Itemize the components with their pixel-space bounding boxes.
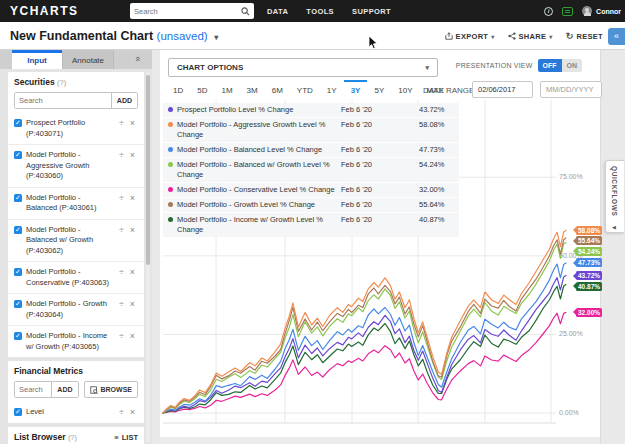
reset-button[interactable]: ↻ RESET	[566, 31, 603, 41]
security-item: ✓Model Portfolio - Growth (P:403064)÷×	[8, 293, 144, 325]
move-handle-icon[interactable]: ÷	[116, 299, 127, 309]
remove-icon[interactable]: ×	[127, 407, 138, 417]
securities-add-button[interactable]: ADD	[111, 93, 137, 108]
reset-icon: ↻	[566, 31, 574, 41]
info-icon[interactable]: i	[544, 7, 553, 16]
user-menu[interactable]: Connor	[582, 6, 621, 16]
sidebar-collapse-icon[interactable]: «	[132, 56, 142, 61]
top-menu: DATA TOOLS SUPPORT	[258, 0, 400, 22]
legend-row[interactable]: Model Portfolio - Growth Level % ChangeF…	[163, 198, 459, 212]
securities-search-input[interactable]	[15, 93, 111, 108]
move-handle-icon[interactable]: ÷	[116, 267, 127, 277]
checkbox-checked-icon[interactable]: ✓	[14, 332, 22, 340]
metrics-search-box: ADD	[14, 381, 79, 398]
sidebar-scrollbar[interactable]	[146, 72, 150, 442]
remove-icon[interactable]: ×	[127, 118, 138, 128]
value-badge-balanced-w-growth: 54.24%	[576, 247, 602, 256]
securities-help-icon[interactable]: (?)	[57, 78, 66, 87]
legend-row[interactable]: Prospect Portfolio Level % ChangeFeb 6 '…	[163, 103, 459, 117]
tab-input[interactable]: Input	[12, 50, 62, 69]
move-handle-icon[interactable]: ÷	[116, 118, 127, 128]
menu-tools[interactable]: TOOLS	[297, 7, 343, 16]
presentation-off-button[interactable]: OFF	[538, 59, 562, 72]
share-button[interactable]: SHARE ▾	[508, 32, 553, 41]
export-label: EXPORT	[456, 32, 489, 41]
collapse-panel-button[interactable]: «	[608, 28, 625, 45]
legend-date: Feb 6 '20	[341, 200, 419, 209]
legend-row[interactable]: Model Portfolio - Income w/ Growth Level…	[163, 213, 459, 237]
move-handle-icon[interactable]: ÷	[116, 150, 127, 160]
chart-bottom-scroll-area[interactable]	[160, 437, 600, 444]
search-input[interactable]	[130, 7, 241, 16]
range-button-5d[interactable]: 5D	[190, 80, 214, 100]
remove-icon[interactable]: ×	[127, 299, 138, 309]
legend-value: 40.87%	[419, 215, 459, 224]
range-button-5y[interactable]: 5Y	[367, 80, 391, 100]
metrics-search-input[interactable]	[15, 382, 51, 397]
checkbox-checked-icon[interactable]: ✓	[14, 408, 22, 416]
search-icon[interactable]	[241, 7, 250, 16]
checkbox-checked-icon[interactable]: ✓	[14, 194, 22, 202]
range-button-1m[interactable]: 1M	[214, 80, 239, 100]
menu-data[interactable]: DATA	[258, 7, 297, 16]
legend-date: Feb 6 '20	[341, 215, 419, 224]
series-line-aggressive-growth[interactable]	[163, 230, 566, 413]
value-badge-income-w-growth: 40.87%	[576, 282, 602, 291]
range-button-6m[interactable]: 6M	[265, 80, 290, 100]
financial-metrics-card: Financial Metrics ADD BROWSE ✓Level÷×	[8, 361, 144, 423]
legend-series-name: Model Portfolio - Balanced w/ Growth Lev…	[177, 160, 337, 180]
series-line-balanced[interactable]	[163, 263, 566, 413]
range-button-3y[interactable]: 3Y	[344, 80, 368, 100]
title-caret-icon[interactable]: ▾	[214, 33, 218, 42]
range-button-1y[interactable]: 1Y	[320, 80, 344, 100]
remove-icon[interactable]: ×	[127, 225, 138, 235]
legend-dot	[168, 217, 173, 222]
checkbox-checked-icon[interactable]: ✓	[14, 226, 22, 234]
checkbox-checked-icon[interactable]: ✓	[14, 151, 22, 159]
remove-icon[interactable]: ×	[127, 331, 138, 341]
legend-value: 32.00%	[419, 185, 459, 194]
remove-icon[interactable]: ×	[127, 193, 138, 203]
sidebar-scrollbar-thumb[interactable]	[146, 75, 150, 265]
move-handle-icon[interactable]: ÷	[116, 225, 127, 235]
list-browser-help-icon[interactable]: (?)	[68, 433, 77, 442]
range-button-ytd[interactable]: YTD	[290, 80, 320, 100]
chart-toolbar: New Fundamental Chart (unsaved) ▾ EXPORT…	[0, 22, 625, 50]
tab-annotate[interactable]: Annotate	[62, 50, 114, 69]
start-date-input[interactable]: 02/06/2017	[472, 81, 533, 98]
end-date-input[interactable]: MM/DD/YYYY	[540, 81, 602, 98]
browse-button[interactable]: BROWSE	[84, 381, 139, 398]
metric-item-label: Level	[26, 407, 112, 418]
ycharts-logo[interactable]: YCHARTS	[10, 4, 79, 18]
legend-date: Feb 6 '20	[341, 160, 419, 169]
list-button[interactable]: ≡ LIST	[114, 433, 138, 442]
quickflows-tab[interactable]: QUICKFLOWS ◀	[605, 160, 624, 233]
legend-dot	[168, 147, 173, 152]
export-button[interactable]: EXPORT ▾	[445, 32, 495, 41]
metrics-add-button[interactable]: ADD	[51, 382, 77, 397]
share-caret-icon: ▾	[549, 33, 552, 40]
range-button-1d[interactable]: 1D	[166, 80, 190, 100]
security-item-label: Model Portfolio - Balanced w/ Growth (P:…	[26, 225, 112, 257]
legend-value: 54.24%	[419, 160, 459, 169]
chat-icon[interactable]	[562, 7, 573, 16]
checkbox-checked-icon[interactable]: ✓	[14, 268, 22, 276]
legend-row[interactable]: Model Portfolio - Balanced Level % Chang…	[163, 143, 459, 157]
checkbox-checked-icon[interactable]: ✓	[14, 300, 22, 308]
legend-dot	[168, 202, 173, 207]
range-button-10y[interactable]: 10Y	[391, 80, 419, 100]
menu-support[interactable]: SUPPORT	[343, 7, 400, 16]
series-line-conservative[interactable]	[163, 312, 566, 413]
legend-row[interactable]: Model Portfolio - Aggressive Growth Leve…	[163, 118, 459, 142]
legend-row[interactable]: Model Portfolio - Conservative Level % C…	[163, 183, 459, 197]
move-handle-icon[interactable]: ÷	[116, 331, 127, 341]
move-handle-icon[interactable]: ÷	[116, 193, 127, 203]
remove-icon[interactable]: ×	[127, 267, 138, 277]
presentation-on-button[interactable]: ON	[562, 59, 583, 72]
chart-options-dropdown[interactable]: CHART OPTIONS ▾	[168, 58, 438, 77]
move-handle-icon[interactable]: ÷	[116, 407, 127, 417]
legend-row[interactable]: Model Portfolio - Balanced w/ Growth Lev…	[163, 158, 459, 182]
range-button-3m[interactable]: 3M	[240, 80, 265, 100]
checkbox-checked-icon[interactable]: ✓	[14, 119, 22, 127]
remove-icon[interactable]: ×	[127, 150, 138, 160]
